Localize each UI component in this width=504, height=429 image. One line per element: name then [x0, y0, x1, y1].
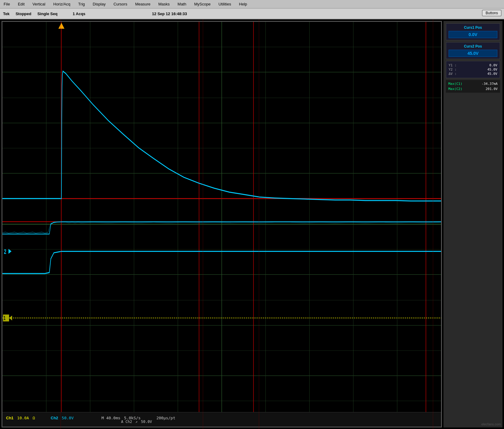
ch1-waveform	[2, 71, 441, 201]
menu-edit[interactable]: Edit	[17, 1, 26, 7]
dy-value: 45.0V	[487, 72, 497, 76]
ch2-marker-label: 2	[4, 248, 6, 255]
brand-label: Tek	[3, 12, 9, 16]
max-c2-value: 201.0V	[486, 87, 498, 91]
max-c1-value: -34.37mA	[482, 82, 498, 86]
ch2-noise	[2, 222, 441, 233]
stopped-status: Stopped	[15, 12, 31, 16]
menu-help[interactable]: Help	[238, 1, 249, 7]
y-measurements: Y1 : 0.0V Y2 : 45.0V ΔV : 45.0V	[446, 61, 500, 78]
y2-label: Y2 :	[449, 68, 457, 72]
svg-marker-35	[9, 315, 12, 320]
curs1-value[interactable]: 0.0V	[449, 31, 497, 38]
menu-trig[interactable]: Trig	[77, 1, 86, 7]
ch1-marker-bg	[3, 314, 9, 321]
menu-cursors[interactable]: Cursors	[112, 1, 129, 7]
svg-marker-34	[8, 249, 12, 254]
curs2-section: Curs2 Pos 45.0V	[446, 42, 500, 59]
right-panel: Curs1 Pos 0.0V Curs2 Pos 45.0V Y1 : 0.0V…	[443, 21, 502, 427]
menu-utilities[interactable]: Utilities	[217, 1, 232, 7]
y1-label: Y1 :	[449, 63, 457, 67]
svg-rect-0	[2, 22, 441, 427]
y2-value: 45.0V	[487, 68, 497, 72]
datetime-label: 12 Sep 12 16:48:33	[152, 12, 187, 16]
curs1-section: Curs1 Pos 0.0V	[446, 23, 500, 40]
dy-label: ΔV :	[449, 72, 457, 76]
scope-screen: 2 1 Ch1 10.0A Ω Ch2 50.0V M 40.0ms 5.0kS…	[2, 21, 442, 427]
mode-label: Single Seq	[37, 12, 57, 16]
menu-myscope[interactable]: MyScope	[193, 1, 212, 7]
acqs-label: 1 Acqs	[73, 12, 85, 16]
watermark: elecfans.com	[481, 422, 501, 426]
menu-vertical[interactable]: Vertical	[31, 1, 47, 7]
curs2-value[interactable]: 45.0V	[449, 50, 497, 57]
buttons-button[interactable]: Buttons	[482, 10, 502, 16]
menu-measure[interactable]: Measure	[134, 1, 152, 7]
curs2-label: Curs2 Pos	[449, 44, 497, 48]
ch2-waveform	[2, 222, 441, 234]
max-measurements: Max(C1) -34.37mA Max(C2) 201.0V	[446, 80, 500, 93]
menu-masks[interactable]: Masks	[157, 1, 171, 7]
main-area: 2 1 Ch1 10.0A Ω Ch2 50.0V M 40.0ms 5.0kS…	[0, 19, 504, 429]
max-c1-label: Max(C1)	[448, 82, 462, 86]
trigger-marker	[58, 23, 64, 29]
menu-math[interactable]: Math	[176, 1, 188, 7]
curs1-label: Curs1 Pos	[449, 25, 497, 30]
max-c2-label: Max(C2)	[448, 87, 462, 91]
menu-file[interactable]: File	[2, 1, 11, 7]
ch2-flat	[2, 251, 441, 274]
status-bar: Tek Stopped Single Seq 1 Acqs 12 Sep 12 …	[0, 8, 504, 19]
y1-value: 0.0V	[489, 63, 498, 67]
menubar: File Edit Vertical Horiz/Acq Trig Displa…	[0, 0, 504, 8]
menu-display[interactable]: Display	[91, 1, 107, 7]
scope-display: 2 1	[2, 22, 441, 427]
ch1-marker-label: 1	[4, 315, 5, 321]
menu-horiz-acq[interactable]: Horiz/Acq	[52, 1, 71, 7]
trigger-info: A Ch2 ↗ 50.0V	[121, 420, 152, 424]
